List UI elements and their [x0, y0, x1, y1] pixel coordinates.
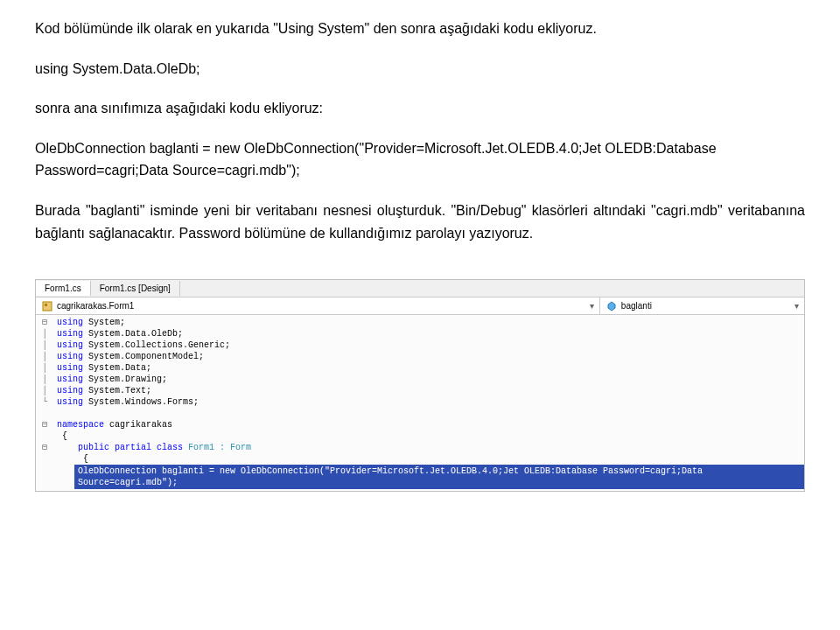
code-using-line: using System.Data.OleDb;	[35, 58, 805, 80]
code-connection-line: OleDbConnection baglanti = new OleDbConn…	[35, 137, 805, 182]
gutter-pipe: │	[36, 362, 53, 374]
tab-label: Form1.cs [Design]	[100, 284, 171, 293]
dropdown-class-label: cagrikarakas.Form1	[57, 300, 134, 312]
code-line: public partial class Form1 : Form	[53, 442, 251, 453]
class-icon	[41, 300, 53, 312]
code-editor[interactable]: ⊟using System; │using System.Data.OleDb;…	[36, 315, 804, 491]
paragraph-1: Kod bölümünde ilk olarak en yukarıda "Us…	[35, 18, 805, 40]
fold-minus-icon[interactable]: ⊟	[36, 442, 53, 453]
code-line: using System.Collections.Generic;	[53, 340, 230, 351]
code-line: using System.Data.OleDb;	[53, 328, 183, 340]
code-line: using System.Data;	[53, 362, 151, 374]
dropdown-class[interactable]: cagrikarakas.Form1 ▾	[36, 298, 600, 314]
highlighted-line: OleDbConnection baglanti = new OleDbConn…	[74, 465, 804, 489]
code-line: using System.ComponentModel;	[53, 351, 204, 362]
code-line: using System.Windows.Forms;	[53, 396, 199, 408]
fold-minus-icon[interactable]: ⊟	[36, 419, 53, 430]
chevron-down-icon: ▾	[794, 300, 799, 312]
tab-active[interactable]: Form1.cs	[36, 281, 91, 296]
tab-label: Form1.cs	[45, 284, 81, 293]
field-icon	[606, 300, 618, 312]
paragraph-2: sonra ana sınıfımıza aşağıdaki kodu ekli…	[35, 97, 805, 120]
gutter-pipe: │	[36, 385, 53, 396]
gutter-corner: └	[36, 396, 53, 408]
brace-open: {	[53, 453, 88, 465]
gutter-pipe: │	[36, 351, 53, 362]
chevron-down-icon: ▾	[590, 300, 594, 312]
tab-bar: Form1.cs Form1.cs [Design]	[36, 280, 804, 298]
tab-inactive[interactable]: Form1.cs [Design]	[91, 281, 180, 296]
dropdown-row: cagrikarakas.Form1 ▾ baglanti ▾	[36, 298, 804, 315]
gutter-pipe: │	[36, 374, 53, 385]
brace-open: {	[53, 430, 67, 442]
fold-minus-icon[interactable]: ⊟	[36, 317, 53, 328]
dropdown-member[interactable]: baglanti ▾	[600, 298, 804, 314]
code-line: using System.Text;	[53, 385, 151, 396]
code-line: using System;	[53, 317, 125, 328]
ide-window: Form1.cs Form1.cs [Design] cagrikarakas.…	[35, 279, 805, 492]
svg-rect-1	[45, 304, 47, 306]
gutter-pipe: │	[36, 328, 53, 340]
gutter-pipe: │	[36, 340, 53, 351]
dropdown-member-label: baglanti	[621, 300, 652, 312]
code-line: namespace cagrikarakas	[53, 419, 172, 430]
paragraph-3: Burada "baglanti" isminde yeni bir verit…	[35, 200, 805, 244]
code-line: using System.Drawing;	[53, 374, 167, 385]
